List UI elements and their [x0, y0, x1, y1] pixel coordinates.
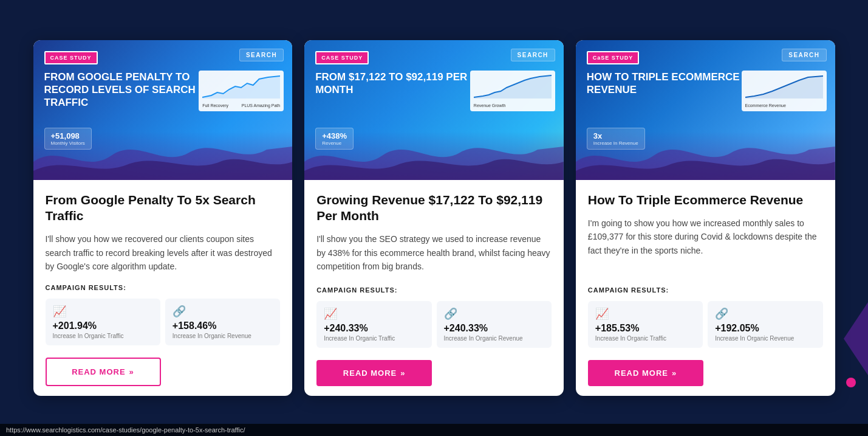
card-description-1: I'll show you how we recovered our clien… — [46, 232, 281, 273]
result-revenue-number-2: +240.33% — [444, 323, 544, 334]
search-badge-3: SEARCH — [782, 49, 826, 61]
campaign-label-1: CAMPAIGN RESULTS: — [46, 284, 281, 291]
result-traffic-number-3: +185.53% — [595, 323, 695, 334]
hero-title-1: FROM GOOGLE PENALTY TO RECORD LEVELS OF … — [44, 71, 199, 109]
card-hero-1: SEARCH CASE STUDY FROM GOOGLE PENALTY TO… — [33, 40, 293, 180]
result-traffic-number-2: +240.33% — [324, 323, 424, 334]
card-description-2: I'll show you the SEO strategy we used t… — [316, 232, 552, 275]
traffic-icon-2: 📈 — [324, 307, 424, 320]
search-badge-1: SEARCH — [239, 49, 284, 61]
campaign-label-3: CAMPAIGN RESULTS: — [588, 286, 823, 294]
traffic-icon-3: 📈 — [595, 307, 695, 320]
revenue-icon-2: 🔗 — [444, 307, 544, 320]
results-grid-2: 📈 +240.33% Increase In Organic Traffic 🔗… — [316, 301, 552, 348]
hero-stat-3: 3x Increase In Revenue — [587, 128, 645, 150]
traffic-icon-1: 📈 — [53, 305, 153, 318]
result-revenue-number-1: +158.46% — [173, 320, 273, 331]
result-box-traffic-2: 📈 +240.33% Increase In Organic Traffic — [316, 301, 431, 348]
cards-container: SEARCH CASE STUDY FROM GOOGLE PENALTY TO… — [33, 40, 835, 396]
result-box-revenue-3: 🔗 +192.05% Increase In Organic Revenue — [708, 301, 822, 348]
hero-chart-1: Full Recovery PLUS Amazing Path — [199, 71, 284, 111]
hero-stat-2: +438% Revenue — [315, 128, 354, 150]
case-study-card-3: SEARCH CaSE STUDY HOW TO TRIPLE ECOMMERC… — [576, 40, 835, 396]
result-traffic-desc-1: Increase In Organic Traffic — [53, 333, 153, 339]
hero-title-3: HOW TO TRIPLE ECOMMERCE REVENUE — [587, 71, 741, 97]
hero-stat-1: +51,098 Monthly Visitors — [44, 128, 92, 150]
case-study-badge-1: CASE STUDY — [44, 51, 98, 64]
card-description-3: I'm going to show you how we increased m… — [588, 216, 823, 275]
read-more-button-3[interactable]: READ MORE» — [588, 360, 703, 386]
result-box-revenue-2: 🔗 +240.33% Increase In Organic Revenue — [437, 301, 552, 348]
card-hero-3: SEARCH CaSE STUDY HOW TO TRIPLE ECOMMERC… — [576, 40, 835, 180]
card-title-2: Growing Revenue $17,122 To $92,119 Per M… — [316, 192, 552, 224]
result-revenue-desc-1: Increase In Organic Revenue — [173, 333, 273, 339]
case-study-card-2: SEARCH CASE STUDY FROM $17,122 TO $92,11… — [304, 40, 564, 396]
card-body-3: How To Triple Ecommerce Revenue I'm goin… — [576, 180, 835, 396]
card-body-2: Growing Revenue $17,122 To $92,119 Per M… — [304, 180, 564, 396]
read-more-button-2[interactable]: READ MORE» — [316, 360, 432, 386]
decorative-dot — [846, 378, 856, 387]
read-more-button-1[interactable]: READ MORE» — [46, 358, 161, 386]
hero-chart-2: Revenue Growth — [470, 71, 555, 111]
result-box-traffic-1: 📈 +201.94% Increase In Organic Traffic — [46, 299, 160, 345]
campaign-label-2: CAMPAIGN RESULTS: — [316, 286, 552, 294]
status-bar: https://www.searchlogistics.com/case-stu… — [0, 424, 868, 436]
result-traffic-desc-3: Increase In Organic Traffic — [595, 335, 695, 342]
case-study-badge-3: CaSE STUDY — [587, 51, 640, 64]
card-hero-2: SEARCH CASE STUDY FROM $17,122 TO $92,11… — [304, 40, 564, 180]
result-revenue-desc-2: Increase In Organic Revenue — [444, 335, 544, 342]
results-grid-1: 📈 +201.94% Increase In Organic Traffic 🔗… — [46, 299, 281, 345]
result-box-traffic-3: 📈 +185.53% Increase In Organic Traffic — [588, 301, 703, 348]
hero-title-2: FROM $17,122 TO $92,119 PER MONTH — [315, 71, 470, 97]
revenue-icon-1: 🔗 — [173, 305, 273, 318]
search-badge-2: SEARCH — [511, 49, 555, 61]
hero-chart-3: Ecommerce Revenue — [742, 71, 827, 111]
case-study-badge-2: CASE STUDY — [315, 51, 369, 64]
results-grid-3: 📈 +185.53% Increase In Organic Traffic 🔗… — [588, 301, 823, 348]
case-study-card-1: SEARCH CASE STUDY FROM GOOGLE PENALTY TO… — [33, 40, 293, 396]
result-revenue-number-3: +192.05% — [715, 323, 815, 334]
card-title-1: From Google Penalty To 5x Search Traffic — [46, 192, 281, 224]
result-traffic-number-1: +201.94% — [53, 320, 153, 331]
result-box-revenue-1: 🔗 +158.46% Increase In Organic Revenue — [165, 299, 280, 345]
status-url: https://www.searchlogistics.com/case-stu… — [6, 426, 245, 434]
result-traffic-desc-2: Increase In Organic Traffic — [324, 335, 424, 342]
card-title-3: How To Triple Ecommerce Revenue — [588, 192, 823, 208]
card-body-1: From Google Penalty To 5x Search Traffic… — [33, 180, 293, 396]
revenue-icon-3: 🔗 — [715, 307, 815, 320]
result-revenue-desc-3: Increase In Organic Revenue — [715, 335, 815, 342]
decorative-triangle — [844, 302, 868, 375]
